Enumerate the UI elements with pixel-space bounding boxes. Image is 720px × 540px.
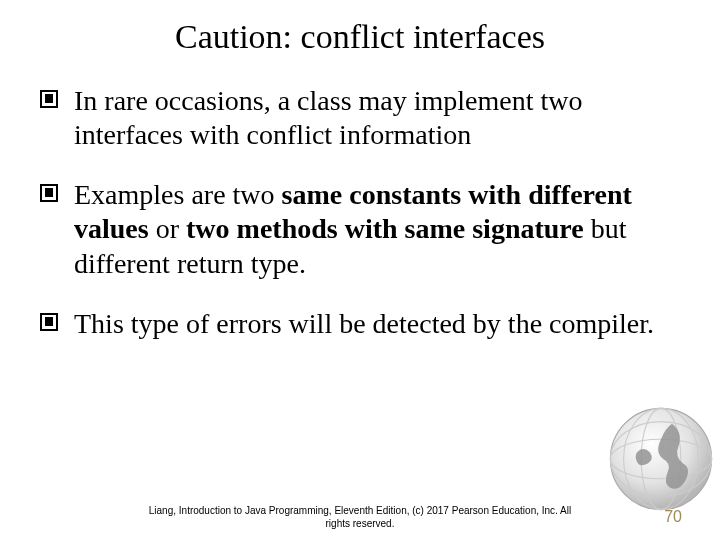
page-number: 70: [664, 508, 682, 526]
footer-line1: Liang, Introduction to Java Programming,…: [149, 505, 571, 516]
list-item: In rare occasions, a class may implement…: [40, 84, 680, 152]
list-item: Examples are two same constants with dif…: [40, 178, 680, 280]
bullet-text-bold2: two methods with same signature: [186, 213, 584, 244]
slide-title: Caution: conflict interfaces: [40, 18, 680, 56]
footer-attribution: Liang, Introduction to Java Programming,…: [0, 505, 720, 530]
checkbox-bullet-icon: [40, 184, 58, 202]
bullet-text-pre: Examples are two: [74, 179, 282, 210]
checkbox-bullet-icon: [40, 90, 58, 108]
bullet-text: This type of errors will be detected by …: [74, 308, 654, 339]
list-item: This type of errors will be detected by …: [40, 307, 680, 341]
footer-line2: rights reserved.: [326, 518, 395, 529]
svg-point-0: [610, 408, 711, 509]
checkbox-bullet-icon: [40, 313, 58, 331]
bullet-text-mid: or: [149, 213, 186, 244]
bullet-list: In rare occasions, a class may implement…: [40, 84, 680, 341]
bullet-text: In rare occasions, a class may implement…: [74, 85, 583, 150]
globe-icon: [606, 404, 716, 514]
slide: Caution: conflict interfaces In rare occ…: [0, 0, 720, 540]
